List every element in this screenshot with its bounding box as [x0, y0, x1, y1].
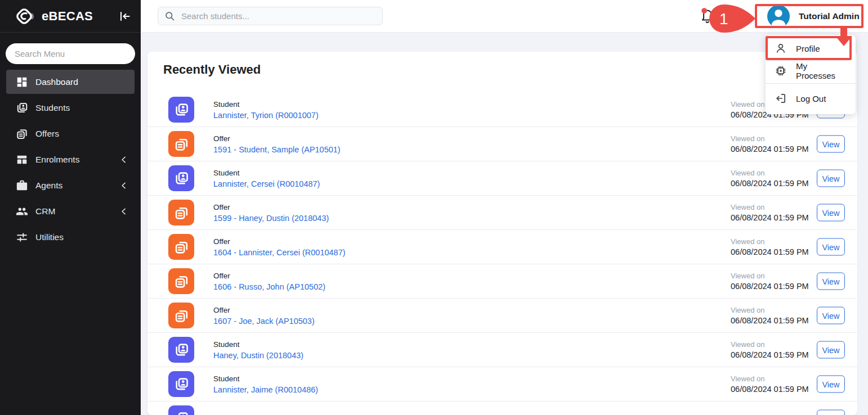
list-item: Offer 1604 - Lannister, Cersei (R0010487…	[147, 230, 857, 264]
view-button[interactable]: View	[817, 273, 845, 290]
list-item: Student Viewed on View	[147, 402, 857, 415]
record-link[interactable]: Haney, Dustin (2018043)	[213, 351, 303, 360]
sidebar-item-offers[interactable]: Offers	[6, 121, 135, 146]
record-type-label: Offer	[213, 237, 346, 246]
record-type-label: Offer	[213, 203, 329, 211]
list-item: Student Haney, Dustin (2018043) Viewed o…	[147, 333, 857, 367]
student-search-input[interactable]	[180, 11, 375, 21]
page-title: Recently Viewed	[163, 62, 857, 77]
chevron-left-icon	[118, 154, 129, 165]
list-item: Student Lannister, Tyrion (R0001007) Vie…	[147, 93, 857, 127]
viewed-date: 06/08/2024 01:59 PM	[731, 282, 809, 291]
record-type-label: Student	[213, 169, 320, 177]
sidebar-item-label: Agents	[35, 181, 62, 191]
record-link[interactable]: 1604 - Lannister, Cersei (R0010487)	[213, 248, 346, 257]
person-avatar-icon	[767, 5, 790, 28]
notification-bell-icon[interactable]	[700, 7, 715, 24]
utilities-icon	[16, 231, 28, 243]
processes-icon	[775, 65, 787, 77]
list-item: Student Lannister, Jaime (R0010486) View…	[147, 367, 857, 402]
view-button[interactable]: View	[817, 136, 845, 153]
viewed-on-label: Viewed on	[731, 169, 809, 177]
student-search-box	[158, 7, 383, 25]
sidebar-search-input[interactable]	[6, 43, 135, 64]
viewed-date: 06/08/2024 01:59 PM	[731, 145, 809, 154]
record-type-label: Student	[213, 375, 318, 383]
sidebar-nav: Dashboard Students Offers Enrolments Age…	[0, 70, 141, 249]
menu-item-label: Profile	[796, 44, 820, 53]
topbar: Tutorial Admin	[141, 0, 868, 33]
offer-icon	[168, 131, 194, 157]
app-title: eBECAS	[42, 9, 93, 24]
record-link[interactable]: 1599 - Haney, Dustin (2018043)	[213, 214, 329, 223]
view-button[interactable]: View	[817, 238, 845, 256]
list-item: Offer 1599 - Haney, Dustin (2018043) Vie…	[147, 196, 857, 230]
viewed-on-label: Viewed on	[731, 134, 809, 143]
record-link[interactable]: Lannister, Jaime (R0010486)	[213, 385, 318, 394]
view-button[interactable]: View	[817, 341, 845, 359]
dashboard-icon	[16, 76, 28, 88]
record-type-label: Student	[213, 413, 240, 415]
menu-item-label: My Processes	[796, 61, 847, 80]
offer-icon	[168, 268, 194, 294]
record-type-label: Offer	[213, 306, 315, 314]
sidebar-item-utilities[interactable]: Utilities	[6, 225, 135, 249]
offers-icon	[16, 128, 28, 140]
sidebar-item-label: Dashboard	[35, 77, 78, 87]
viewed-date: 06/08/2024 01:59 PM	[731, 350, 809, 359]
user-dropdown-menu: Profile My Processes Log Out	[766, 35, 856, 114]
collapse-sidebar-icon[interactable]	[118, 10, 132, 23]
record-link[interactable]: 1607 - Joe, Jack (AP10503)	[213, 317, 315, 326]
offer-icon	[168, 303, 194, 328]
crm-icon	[16, 205, 28, 218]
view-button[interactable]: View	[817, 204, 845, 222]
ebecas-logo	[14, 6, 35, 27]
sidebar-item-label: CRM	[35, 206, 55, 216]
record-link[interactable]: 1591 - Student, Sample (AP10501)	[213, 145, 341, 154]
viewed-date: 06/08/2024 01:59 PM	[731, 385, 809, 394]
view-button[interactable]: View	[817, 410, 845, 415]
record-type-label: Offer	[213, 272, 325, 280]
viewed-on-label: Viewed on	[731, 272, 809, 280]
sidebar-item-label: Utilities	[35, 232, 64, 242]
list-item: Offer 1606 - Russo, John (AP10502) Viewe…	[147, 264, 857, 299]
student-icon	[168, 405, 194, 415]
viewed-date: 06/08/2024 01:59 PM	[731, 247, 809, 256]
sidebar-item-label: Students	[35, 103, 70, 113]
sidebar-item-label: Enrolments	[35, 155, 79, 165]
sidebar-item-dashboard[interactable]: Dashboard	[6, 70, 135, 94]
sidebar-item-students[interactable]: Students	[6, 96, 135, 120]
record-type-label: Student	[213, 340, 303, 349]
list-item: Offer 1607 - Joe, Jack (AP10503) Viewed …	[147, 299, 857, 333]
record-link[interactable]: 1606 - Russo, John (AP10502)	[213, 282, 325, 291]
chevron-left-icon	[118, 180, 129, 191]
view-button[interactable]: View	[817, 307, 845, 324]
enrolments-icon	[16, 154, 28, 166]
menu-item-my-processes[interactable]: My Processes	[766, 60, 856, 82]
student-icon	[168, 97, 194, 123]
viewed-on-label: Viewed on	[731, 306, 809, 314]
logout-icon	[775, 92, 787, 105]
profile-icon	[775, 42, 787, 55]
student-icon	[168, 165, 194, 191]
record-link[interactable]: Lannister, Tyrion (R0001007)	[213, 111, 319, 120]
viewed-on-label: Viewed on	[731, 203, 809, 211]
student-icon	[168, 371, 194, 397]
sidebar-item-label: Offers	[35, 129, 59, 139]
recently-viewed-card: Recently Viewed Student Lannister, Tyrio…	[147, 52, 857, 415]
sidebar-item-enrolments[interactable]: Enrolments	[6, 147, 135, 172]
offer-icon	[168, 200, 194, 225]
record-link[interactable]: Lannister, Cersei (R0010487)	[213, 179, 320, 188]
viewed-on-label: Viewed on	[731, 237, 809, 246]
menu-item-log-out[interactable]: Log Out	[766, 87, 856, 110]
user-menu-button[interactable]: Tutorial Admin	[767, 4, 860, 28]
viewed-on-label: Viewed on	[731, 375, 809, 383]
view-button[interactable]: View	[817, 170, 845, 187]
sidebar-item-crm[interactable]: CRM	[6, 199, 135, 223]
view-button[interactable]: View	[817, 376, 845, 393]
record-type-label: Offer	[213, 134, 341, 143]
user-name: Tutorial Admin	[799, 11, 860, 21]
menu-item-profile[interactable]: Profile	[766, 37, 856, 60]
topbar-divider	[753, 8, 754, 25]
sidebar-item-agents[interactable]: Agents	[6, 173, 135, 197]
